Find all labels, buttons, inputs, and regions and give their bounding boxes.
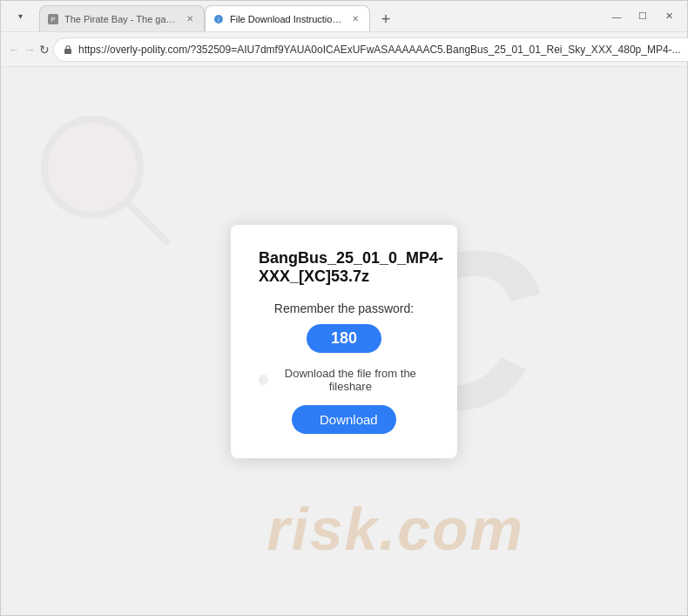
maximize-button[interactable]: ☐ xyxy=(631,5,654,28)
window-controls-left: ▾ xyxy=(8,4,32,29)
watermark-riskcom-text: risk.com xyxy=(266,495,524,563)
minimize-button[interactable]: — xyxy=(605,5,628,28)
browser-tab-2[interactable]: i File Download Instructions for ... ✕ xyxy=(205,5,370,31)
svg-point-5 xyxy=(47,122,138,213)
file-title: BangBus_25_01_0_MP4-XXX_[XC]53.7z xyxy=(259,249,429,286)
password-badge: 180 xyxy=(307,324,381,353)
browser-tab-1[interactable]: P The Pirate Bay - The galaxy's m... ✕ xyxy=(39,5,205,31)
back-button[interactable]: ← xyxy=(8,37,20,62)
tab1-label: The Pirate Bay - The galaxy's m... xyxy=(64,14,178,24)
watermark-magnifier xyxy=(27,102,184,259)
forward-button[interactable]: → xyxy=(24,37,36,62)
tab-list-button[interactable]: ▾ xyxy=(8,4,32,29)
title-bar: ▾ P The Pirate Bay - The galaxy's m... ✕ xyxy=(1,1,687,32)
tab2-favicon: i xyxy=(212,13,225,25)
svg-text:P: P xyxy=(51,16,55,24)
reload-button[interactable]: ↻ xyxy=(39,37,50,62)
tab2-close-button[interactable]: ✕ xyxy=(348,12,362,26)
secure-icon xyxy=(63,44,73,55)
svg-rect-4 xyxy=(64,49,71,54)
page-content: ZC risk.com BangBus_25_01_0_MP4-XXX_[XC]… xyxy=(1,67,687,615)
password-label: Remember the password: xyxy=(274,301,414,315)
new-tab-button[interactable]: + xyxy=(374,7,398,31)
tab1-favicon: P xyxy=(47,13,59,25)
close-button[interactable]: ✕ xyxy=(658,5,680,28)
dialog-card: BangBus_25_01_0_MP4-XXX_[XC]53.7z Rememb… xyxy=(231,225,457,458)
address-bar[interactable]: https://overly-polity.com/?352509=AIU7dm… xyxy=(53,37,688,62)
tab2-label: File Download Instructions for ... xyxy=(230,14,343,24)
svg-point-6 xyxy=(44,119,140,215)
window-controls-right: — ☐ ✕ xyxy=(605,5,680,28)
svg-line-7 xyxy=(127,202,166,241)
download-button[interactable]: Download xyxy=(292,405,396,434)
browser-frame: ▾ P The Pirate Bay - The galaxy's m... ✕ xyxy=(0,0,688,616)
address-bar-row: ← → ↻ https://overly-polity.com/?352509=… xyxy=(1,32,687,67)
url-text: https://overly-polity.com/?352509=AIU7dm… xyxy=(78,44,681,56)
tab1-close-button[interactable]: ✕ xyxy=(183,12,197,26)
fileshare-label: Download the file from the fileshare xyxy=(259,367,429,393)
tab-strip: P The Pirate Bay - The galaxy's m... ✕ i… xyxy=(39,1,598,31)
